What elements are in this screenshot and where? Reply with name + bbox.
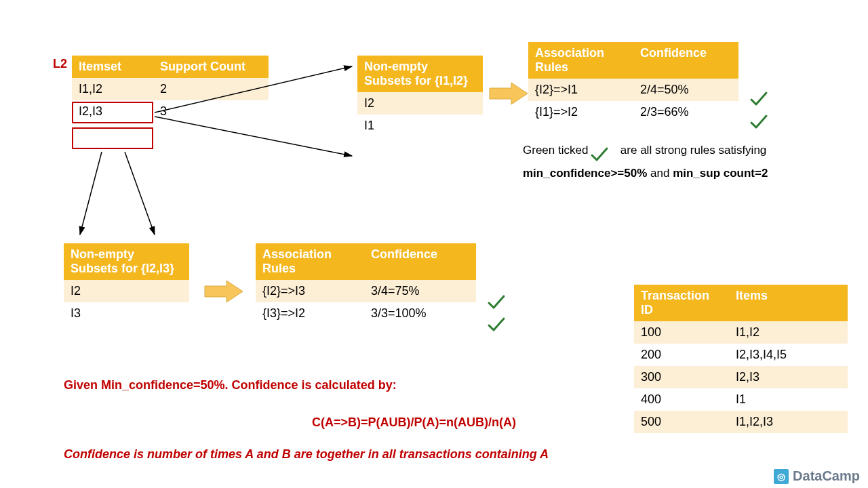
cell: 3/4=75% bbox=[364, 280, 476, 302]
cell: I1 bbox=[729, 388, 848, 411]
trans-h0: Transaction ID bbox=[634, 285, 729, 321]
text: Green ticked bbox=[523, 144, 588, 157]
subset-i1i2-header: Non-empty Subsets for {I1,I2} bbox=[357, 56, 483, 92]
subset-i2i3-table: Non-empty Subsets for {I2,I3} I2 I3 bbox=[64, 243, 189, 325]
cell: 400 bbox=[634, 388, 729, 411]
table-row: 100I1,I2 bbox=[634, 321, 848, 344]
table-row: {I2}=>I33/4=75% bbox=[256, 280, 476, 302]
text: min_sup count=2 bbox=[673, 167, 768, 180]
subset-i2i3-header: Non-empty Subsets for {I2,I3} bbox=[64, 243, 189, 280]
cell: 3/3=100% bbox=[364, 302, 476, 325]
check-icon bbox=[487, 315, 506, 338]
cell: I2,I3 bbox=[729, 366, 848, 388]
svg-line-5 bbox=[125, 152, 155, 235]
check-icon bbox=[749, 89, 768, 112]
highlight-box-i2i3 bbox=[72, 127, 153, 149]
cell: 200 bbox=[634, 344, 729, 366]
table-row: I1 bbox=[357, 115, 483, 137]
cell: 100 bbox=[634, 321, 729, 344]
highlight-box-i1i2 bbox=[72, 102, 153, 123]
svg-line-4 bbox=[80, 152, 102, 235]
cell: 2/3=66% bbox=[633, 101, 738, 123]
l2-h1: Support Count bbox=[153, 56, 269, 78]
table-row: I1,I22 bbox=[72, 78, 269, 100]
datacamp-logo: ◎ DataCamp bbox=[774, 468, 860, 484]
table-row: 500I1,I2,I3 bbox=[634, 411, 848, 433]
note-thresholds: min_confidence>=50% and min_sup count=2 bbox=[523, 167, 768, 180]
table-row: 400I1 bbox=[634, 388, 848, 411]
text: and bbox=[647, 167, 673, 180]
cell: {I3}=>I2 bbox=[256, 302, 364, 325]
subset-i1i2-table: Non-empty Subsets for {I1,I2} I2 I1 bbox=[357, 56, 483, 137]
cell: I2 bbox=[64, 280, 189, 302]
cell: {I2}=>I1 bbox=[528, 79, 633, 101]
logo-icon: ◎ bbox=[774, 469, 789, 484]
table-row: {I1}=>I22/3=66% bbox=[528, 101, 738, 123]
assoc-m-h1: Confidence bbox=[364, 243, 476, 280]
cell: I1,I2 bbox=[729, 321, 848, 344]
cell: I2 bbox=[357, 92, 483, 115]
cell: 2 bbox=[153, 78, 269, 100]
cell: 2/4=50% bbox=[633, 79, 738, 101]
assoc-h1: Confidence bbox=[633, 42, 738, 79]
cell: {I1}=>I2 bbox=[528, 101, 633, 123]
svg-marker-1 bbox=[205, 281, 243, 302]
table-row: I2 bbox=[64, 280, 189, 302]
arrow-right-icon bbox=[203, 278, 244, 308]
text: are all strong rules satisfying bbox=[620, 144, 766, 157]
cell: I2,I3,I4,I5 bbox=[729, 344, 848, 366]
cell: 3 bbox=[153, 100, 269, 123]
table-row: I2 bbox=[357, 92, 483, 115]
assoc-m-h0: Association Rules bbox=[256, 243, 364, 280]
l2-h0: Itemset bbox=[72, 56, 153, 78]
assoc-top-table: Association RulesConfidence {I2}=>I12/4=… bbox=[528, 42, 738, 123]
text: min_confidence>=50% bbox=[523, 167, 647, 180]
table-row: I3 bbox=[64, 302, 189, 325]
cell: I3 bbox=[64, 302, 189, 325]
check-icon bbox=[487, 293, 506, 315]
table-row: 200I2,I3,I4,I5 bbox=[634, 344, 848, 366]
table-row: 300I2,I3 bbox=[634, 366, 848, 388]
transactions-table: Transaction IDItems 100I1,I2 200I2,I3,I4… bbox=[634, 285, 848, 433]
l2-label: L2 bbox=[53, 57, 67, 71]
given-text: Given Min_confidence=50%. Confidence is … bbox=[64, 378, 397, 392]
check-icon bbox=[749, 113, 768, 135]
assoc-mid-table: Association RulesConfidence {I2}=>I33/4=… bbox=[256, 243, 476, 325]
trans-h1: Items bbox=[729, 285, 848, 321]
svg-marker-0 bbox=[490, 83, 528, 104]
assoc-h0: Association Rules bbox=[528, 42, 633, 79]
note-green-ticked: Green ticked are all strong rules satisf… bbox=[523, 144, 766, 157]
cell: 500 bbox=[634, 411, 729, 433]
cell: I1 bbox=[357, 115, 483, 137]
cell: {I2}=>I3 bbox=[256, 280, 364, 302]
table-row: {I2}=>I12/4=50% bbox=[528, 79, 738, 101]
arrow-right-icon bbox=[488, 80, 529, 110]
logo-text: DataCamp bbox=[793, 468, 860, 484]
cell: I1,I2 bbox=[72, 78, 153, 100]
formula-text: C(A=>B)=P(AUB)/P(A)=n(AUB)/n(A) bbox=[312, 415, 516, 430]
cell: I1,I2,I3 bbox=[729, 411, 848, 433]
explain-text: Confidence is number of times A and B ar… bbox=[64, 447, 549, 462]
cell: 300 bbox=[634, 366, 729, 388]
table-row: {I3}=>I23/3=100% bbox=[256, 302, 476, 325]
